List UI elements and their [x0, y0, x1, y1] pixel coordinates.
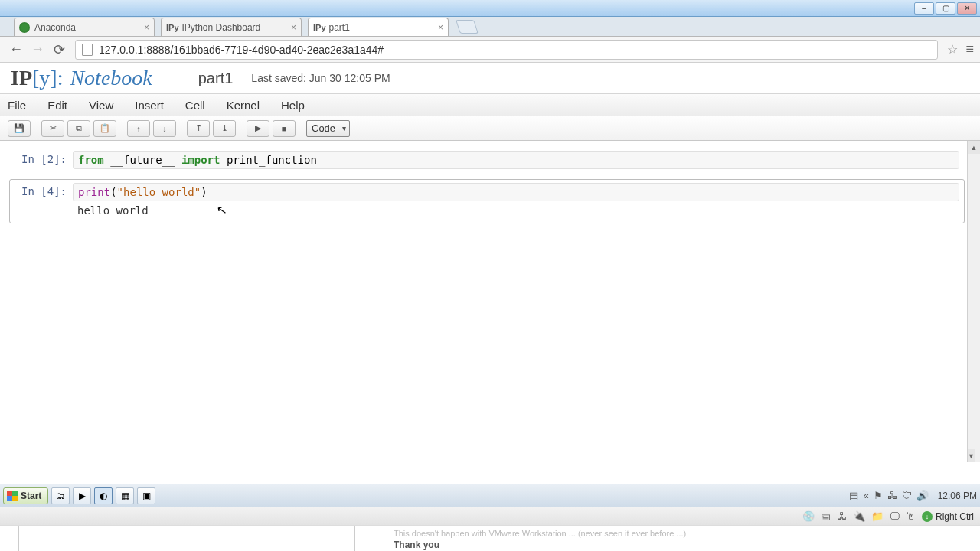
tab-anaconda[interactable]: Anaconda × [14, 18, 155, 36]
vm-display-icon[interactable]: 🖵 [890, 510, 900, 522]
background-right-panel: This doesn't happen with VMware Workstat… [363, 526, 980, 551]
browser-toolbar: ← → ⟳ 127.0.0.1:8888/161bbad6-7719-4d90-… [0, 37, 980, 63]
window-titlebar: – ▢ ✕ [0, 0, 980, 17]
input-prompt: In [4]: [15, 183, 73, 197]
input-prompt: In [2]: [15, 151, 73, 165]
cut-button[interactable]: ✂ [41, 120, 64, 137]
insert-below-icon: ⤓ [221, 123, 228, 133]
toolbar: 💾 ✂ ⧉ 📋 ↑ ↓ ⤒ ⤓ ▶ ■ Code [0, 116, 980, 141]
vm-status-bar: 💿 🖴 🖧 🔌 📁 🖵 🖱 ↓ Right Ctrl [0, 507, 980, 525]
save-button[interactable]: 💾 [8, 120, 31, 137]
tab-close-icon[interactable]: × [291, 22, 296, 33]
quicklaunch-media[interactable]: ▶ [73, 487, 91, 504]
windows-taskbar: Start 🗂 ▶ ◐ ▦ ▣ ▤ « ⚑ 🖧 🛡 🔊 12:06 PM [0, 484, 980, 507]
quicklaunch-explorer[interactable]: 🗂 [51, 487, 70, 504]
tray-shield-icon[interactable]: 🛡 [902, 490, 912, 501]
insert-above-button[interactable]: ⤒ [187, 120, 210, 137]
quicklaunch-app[interactable]: ▦ [116, 487, 134, 504]
background-thanks-text: Thank you [394, 540, 949, 550]
run-button[interactable]: ▶ [247, 120, 270, 137]
code-cell[interactable]: In [4]: print("hello world") hello world [9, 179, 965, 223]
menu-file[interactable]: File [8, 99, 26, 112]
move-down-button[interactable]: ↓ [153, 120, 176, 137]
vm-disk-icon[interactable]: 💿 [802, 510, 815, 522]
anaconda-icon [19, 22, 30, 33]
notebook-header: IP[y]: Notebook part1 Last saved: Jun 30… [0, 63, 980, 93]
notebook-title[interactable]: part1 [198, 70, 234, 87]
tab-label: IPython Dashboard [182, 22, 261, 33]
menu-cell[interactable]: Cell [185, 99, 205, 112]
arrow-up-icon: ↑ [136, 124, 141, 133]
scroll-down-icon[interactable]: ▼ [968, 449, 975, 462]
move-up-button[interactable]: ↑ [127, 120, 150, 137]
window-maximize-button[interactable]: ▢ [936, 2, 956, 15]
save-icon: 💾 [14, 123, 24, 133]
windows-flag-icon [7, 491, 18, 501]
quicklaunch-chrome[interactable]: ◐ [94, 487, 113, 504]
url-text: 127.0.0.1:8888/161bbad6-7719-4d90-ad40-2… [99, 44, 384, 56]
vm-usb-icon[interactable]: 🔌 [853, 510, 865, 522]
new-tab-button[interactable] [456, 20, 479, 34]
tab-label: part1 [329, 22, 350, 33]
forward-button[interactable]: → [28, 40, 47, 60]
tab-close-icon[interactable]: × [144, 22, 149, 33]
insert-below-button[interactable]: ⤓ [213, 120, 236, 137]
last-saved-label: Last saved: Jun 30 12:05 PM [251, 72, 390, 84]
vm-shared-icon[interactable]: 📁 [871, 510, 884, 522]
window-close-button[interactable]: ✕ [957, 2, 977, 15]
copy-icon: ⧉ [76, 123, 82, 133]
back-button[interactable]: ← [6, 40, 26, 60]
host-key-indicator[interactable]: ↓ Right Ctrl [922, 511, 974, 522]
menu-insert[interactable]: Insert [135, 99, 164, 112]
interrupt-button[interactable]: ■ [273, 120, 296, 137]
paste-icon: 📋 [100, 123, 110, 133]
menu-help[interactable]: Help [281, 99, 305, 112]
page-icon [82, 44, 93, 56]
insert-above-icon: ⤒ [195, 123, 202, 133]
cell-type-label: Code [312, 122, 335, 134]
tab-part1[interactable]: IPy part1 × [308, 18, 449, 36]
code-input[interactable]: print("hello world") [73, 183, 959, 201]
tray-icon[interactable]: ▤ [849, 490, 858, 501]
reload-button[interactable]: ⟳ [49, 40, 69, 60]
taskbar-clock[interactable]: 12:06 PM [938, 491, 977, 501]
code-cell[interactable]: In [2]: from __future__ import print_fun… [9, 147, 965, 173]
tray-volume-icon[interactable]: 🔊 [916, 490, 929, 501]
browser-tabstrip: Anaconda × IPy IPython Dashboard × IPy p… [0, 17, 980, 37]
paste-button[interactable]: 📋 [93, 120, 116, 137]
tray-network-icon[interactable]: 🖧 [887, 490, 897, 501]
cell-output: hello world [73, 201, 959, 220]
stop-icon: ■ [282, 124, 287, 133]
quicklaunch-cmd[interactable]: ▣ [137, 487, 155, 504]
play-icon: ▶ [255, 123, 261, 133]
menu-edit[interactable]: Edit [47, 99, 67, 112]
copy-button[interactable]: ⧉ [67, 120, 90, 137]
vm-mouse-icon[interactable]: 🖱 [906, 510, 916, 522]
arrow-down-icon: ↓ [162, 124, 167, 133]
vm-hdd-icon[interactable]: 🖴 [821, 510, 831, 522]
address-bar[interactable]: 127.0.0.1:8888/161bbad6-7719-4d90-ad40-2… [75, 40, 938, 60]
vm-net-icon[interactable]: 🖧 [837, 510, 847, 522]
scroll-up-icon[interactable]: ▲ [968, 141, 980, 154]
start-button[interactable]: Start [3, 487, 48, 504]
host-key-icon: ↓ [922, 511, 933, 522]
background-faint-text: This doesn't happen with VMware Workstat… [394, 529, 949, 538]
ipython-logo[interactable]: IP[y]: Notebook [11, 66, 152, 90]
tab-close-icon[interactable]: × [438, 22, 443, 33]
tab-ipython-dashboard[interactable]: IPy IPython Dashboard × [161, 18, 302, 36]
notebook-area: In [2]: from __future__ import print_fun… [0, 141, 980, 462]
ipy-icon: IPy [313, 23, 326, 32]
chrome-menu-icon[interactable]: ≡ [965, 41, 974, 57]
background-page-strip: This doesn't happen with VMware Workstat… [0, 525, 980, 551]
menu-view[interactable]: View [89, 99, 113, 112]
tray-expand-icon[interactable]: « [863, 490, 868, 501]
menubar: File Edit View Insert Cell Kernel Help [0, 93, 980, 116]
tray-flag-icon[interactable]: ⚑ [874, 490, 883, 501]
menu-kernel[interactable]: Kernel [227, 99, 260, 112]
bookmark-star-icon[interactable]: ☆ [947, 42, 958, 57]
window-minimize-button[interactable]: – [914, 2, 934, 15]
vertical-scrollbar[interactable]: ▲ ▼ [967, 141, 980, 462]
ipy-icon: IPy [166, 23, 179, 32]
cell-type-select[interactable]: Code [306, 120, 350, 137]
code-input[interactable]: from __future__ import print_function [73, 151, 959, 169]
